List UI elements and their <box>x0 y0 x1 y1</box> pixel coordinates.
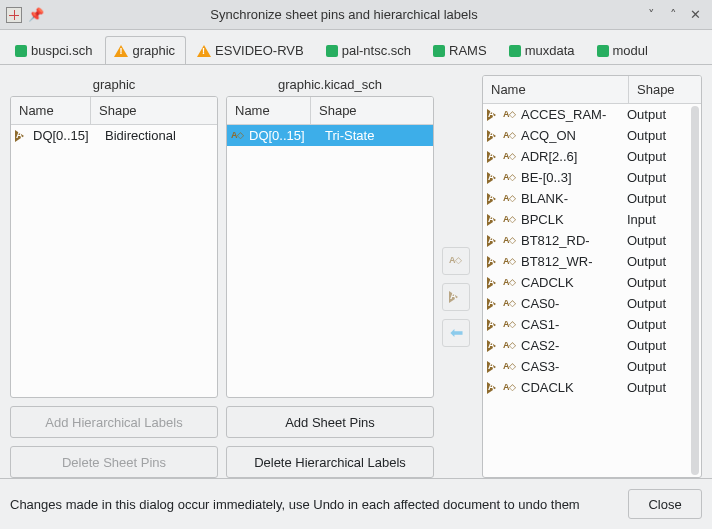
list-item[interactable]: CAS1-Output <box>483 314 691 335</box>
close-icon[interactable]: ✕ <box>684 7 706 22</box>
row-name: ACCES_RAM- <box>521 107 623 122</box>
list-item[interactable]: ACCES_RAM-Output <box>483 104 691 125</box>
row-shape: Output <box>627 359 687 374</box>
label-icon <box>503 277 517 289</box>
label-icon <box>503 214 517 226</box>
row-shape: Output <box>627 149 687 164</box>
list-item[interactable]: BPCLKInput <box>483 209 691 230</box>
col-shape[interactable]: Shape <box>311 97 433 124</box>
footer: Changes made in this dialog occur immedi… <box>0 478 712 529</box>
list-item[interactable]: CDACLKOutput <box>483 377 691 398</box>
list-item[interactable]: CAS2-Output <box>483 335 691 356</box>
pin-icon <box>487 172 501 184</box>
label-icon <box>503 382 517 394</box>
tab-buspcisch[interactable]: buspci.sch <box>6 36 103 64</box>
col-shape[interactable]: Shape <box>629 76 701 103</box>
tab-label: RAMS <box>449 43 487 58</box>
use-label-icon-button[interactable] <box>442 247 470 275</box>
list-item[interactable]: BE-[0..3]Output <box>483 167 691 188</box>
row-shape: Tri-State <box>325 128 429 143</box>
row-name: CDACLK <box>521 380 623 395</box>
row-shape: Output <box>627 254 687 269</box>
window-title: Synchronize sheet pins and hierarchical … <box>48 7 640 22</box>
list-item[interactable]: DQ[0..15]Tri-State <box>227 125 433 146</box>
mid-list[interactable]: Name Shape DQ[0..15]Tri-State <box>226 96 434 398</box>
row-shape: Input <box>627 212 687 227</box>
pin-icon <box>487 277 501 289</box>
pin-icon[interactable]: 📌 <box>28 7 44 22</box>
label-icon <box>503 298 517 310</box>
pin-icon <box>487 193 501 205</box>
list-item[interactable]: CADCLKOutput <box>483 272 691 293</box>
list-item[interactable]: BT812_RD-Output <box>483 230 691 251</box>
app-icon <box>6 7 22 23</box>
list-item[interactable]: BT812_WR-Output <box>483 251 691 272</box>
row-name: BPCLK <box>521 212 623 227</box>
minimize-icon[interactable]: ˅ <box>640 7 662 22</box>
tab-rams[interactable]: RAMS <box>424 36 498 64</box>
ok-icon <box>15 45 27 57</box>
right-list[interactable]: Name Shape ACCES_RAM-OutputACQ_ONOutputA… <box>482 75 702 478</box>
pin-icon <box>487 130 501 142</box>
ok-icon <box>597 45 609 57</box>
pin-icon <box>487 382 501 394</box>
col-name[interactable]: Name <box>11 97 91 124</box>
tab-modul[interactable]: modul <box>588 36 659 64</box>
row-name: BT812_WR- <box>521 254 623 269</box>
tab-graphic[interactable]: graphic <box>105 36 186 64</box>
row-shape: Output <box>627 317 687 332</box>
label-icon <box>503 235 517 247</box>
row-shape: Output <box>627 296 687 311</box>
row-shape: Output <box>627 191 687 206</box>
move-left-button[interactable]: ⬅ <box>442 319 470 347</box>
add-sheet-pins-button[interactable]: Add Sheet Pins <box>226 406 434 438</box>
delete-sheet-pins-button[interactable]: Delete Sheet Pins <box>10 446 218 478</box>
tab-palntscsch[interactable]: pal-ntsc.sch <box>317 36 422 64</box>
left-title: graphic <box>10 75 218 96</box>
delete-hier-labels-button[interactable]: Delete Hierarchical Labels <box>226 446 434 478</box>
tab-label: modul <box>613 43 648 58</box>
col-name[interactable]: Name <box>483 76 629 103</box>
add-hier-labels-button[interactable]: Add Hierarchical Labels <box>10 406 218 438</box>
label-icon <box>503 151 517 163</box>
label-icon <box>503 172 517 184</box>
footer-message: Changes made in this dialog occur immedi… <box>10 497 618 512</box>
scrollbar[interactable] <box>691 106 699 475</box>
list-item[interactable]: CAS0-Output <box>483 293 691 314</box>
row-name: CAS3- <box>521 359 623 374</box>
close-button[interactable]: Close <box>628 489 702 519</box>
col-name[interactable]: Name <box>227 97 311 124</box>
label-icon <box>503 340 517 352</box>
row-name: DQ[0..15] <box>33 128 101 143</box>
arrow-left-icon: ⬅ <box>450 323 463 342</box>
maximize-icon[interactable]: ˄ <box>662 7 684 22</box>
ok-icon <box>433 45 445 57</box>
label-icon <box>503 319 517 331</box>
list-item[interactable]: CAS3-Output <box>483 356 691 377</box>
col-shape[interactable]: Shape <box>91 97 217 124</box>
list-item[interactable]: ACQ_ONOutput <box>483 125 691 146</box>
row-name: DQ[0..15] <box>249 128 321 143</box>
label-icon <box>503 361 517 373</box>
label-icon <box>503 256 517 268</box>
label-icon <box>231 130 245 142</box>
tab-esvideorvb[interactable]: ESVIDEO-RVB <box>188 36 315 64</box>
list-item[interactable]: ADR[2..6]Output <box>483 146 691 167</box>
mid-title: graphic.kicad_sch <box>226 75 434 96</box>
row-name: CAS2- <box>521 338 623 353</box>
list-item[interactable]: BLANK-Output <box>483 188 691 209</box>
pin-icon <box>487 319 501 331</box>
tab-muxdata[interactable]: muxdata <box>500 36 586 64</box>
row-name: CAS1- <box>521 317 623 332</box>
tab-label: pal-ntsc.sch <box>342 43 411 58</box>
list-item[interactable]: DQ[0..15]Bidirectional <box>11 125 217 146</box>
pin-icon <box>487 361 501 373</box>
label-icon <box>503 130 517 142</box>
label-icon <box>503 193 517 205</box>
pin-icon <box>15 130 29 142</box>
left-list[interactable]: Name Shape DQ[0..15]Bidirectional <box>10 96 218 398</box>
row-shape: Output <box>627 107 687 122</box>
use-pin-icon-button[interactable] <box>442 283 470 311</box>
row-shape: Output <box>627 338 687 353</box>
label-icon <box>449 255 463 267</box>
